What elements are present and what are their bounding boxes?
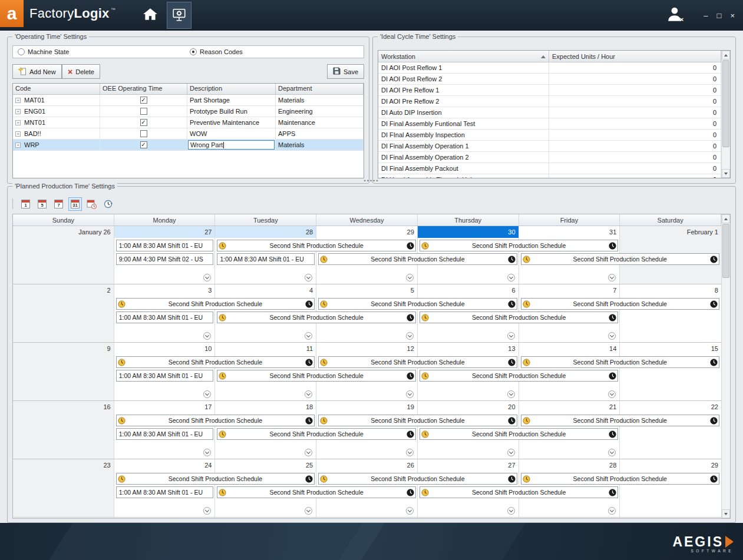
column-header-workstation[interactable]: Workstation [378,51,549,62]
reason-code-row[interactable]: +MAT01✓Part ShortageMaterials [13,95,364,106]
more-events-button[interactable] [406,507,414,515]
more-events-button[interactable] [608,332,616,340]
column-header-department[interactable]: Department [276,84,364,94]
schedule-event[interactable]: Second Shift Production Schedule [217,428,415,440]
more-events-button[interactable] [305,390,312,398]
row-expand-icon[interactable]: + [15,120,21,125]
shift-event[interactable]: 9:00 AM 4:30 PM Shift 02 - US [116,253,214,265]
schedule-event[interactable]: Second Shift Production Schedule [420,428,618,440]
more-events-button[interactable] [203,390,211,398]
more-events-button[interactable] [507,507,515,515]
add-new-button[interactable]: Add New [12,64,62,79]
column-header-code[interactable]: Code [13,84,100,94]
scroll-up-button[interactable] [722,51,730,59]
schedule-event[interactable]: Second Shift Production Schedule [420,312,618,323]
schedule-event[interactable]: Second Shift Production Schedule [116,473,315,485]
workstation-row[interactable]: DI AOI Post Reflow 10 [378,62,721,74]
workstation-row[interactable]: DI Final Assembly Operation 20 [378,152,721,163]
maximize-button[interactable]: □ [717,12,722,20]
schedule-event[interactable]: Second Shift Production Schedule [318,298,517,310]
more-events-button[interactable] [507,390,515,398]
workstation-row[interactable]: DI Final Assembly Operation 10 [378,141,721,152]
more-events-button[interactable] [608,507,616,515]
schedule-event[interactable]: Second Shift Production Schedule [521,473,719,485]
oee-checkbox[interactable] [140,130,147,137]
workstation-row[interactable]: DI Hand Assembly Through Hole0 [378,174,721,178]
scroll-down-button[interactable] [722,509,730,518]
reason-code-row[interactable]: +ENG01Prototype Build RunEngineering [13,106,364,117]
schedule-event[interactable]: Second Shift Production Schedule [420,240,618,251]
more-events-button[interactable] [406,274,414,281]
schedule-event[interactable]: Second Shift Production Schedule [116,415,315,426]
shift-event[interactable]: 1:00 AM 8:30 AM Shift 01 - EU [116,428,214,440]
schedule-event[interactable]: Second Shift Production Schedule [318,253,517,265]
save-button[interactable]: Save [327,64,364,79]
schedule-event[interactable]: Second Shift Production Schedule [116,298,315,310]
shift-event[interactable]: 1:00 AM 8:30 AM Shift 01 - EU [116,312,214,323]
schedule-event[interactable]: Second Shift Production Schedule [217,486,415,498]
machine-state-radio[interactable]: Machine State [18,48,69,55]
work-week-view-button[interactable]: 5 [35,197,49,211]
delete-button[interactable]: × Delete [62,64,100,79]
home-button[interactable] [139,5,161,25]
more-events-button[interactable] [406,449,414,456]
close-button[interactable]: × [730,12,735,20]
column-header-expected-units[interactable]: Expected Units / Hour [549,51,721,62]
row-expand-icon[interactable]: + [15,109,21,114]
row-expand-icon[interactable]: + [15,143,21,148]
more-events-button[interactable] [203,449,211,456]
shift-event[interactable]: 1:00 AM 8:30 AM Shift 01 - EU [116,240,214,251]
scroll-down-button[interactable] [722,169,730,178]
more-events-button[interactable] [203,332,211,340]
shift-event[interactable]: 1:00 AM 8:30 AM Shift 01 - EU [217,253,315,265]
schedule-event[interactable]: Second Shift Production Schedule [318,415,517,426]
week-view-button[interactable]: 7 [52,197,65,211]
more-events-button[interactable] [608,449,616,456]
logout-button[interactable]: × [665,6,686,24]
scrollbar-thumb[interactable] [722,60,729,147]
day-view-button[interactable]: 1 [19,197,32,211]
more-events-button[interactable] [406,390,414,398]
more-events-button[interactable] [305,507,312,515]
schedule-event[interactable]: Second Shift Production Schedule [217,240,415,251]
more-events-button[interactable] [406,332,414,340]
timeline-view-button[interactable] [85,197,98,211]
oee-checkbox[interactable]: ✓ [140,141,147,148]
workstation-row[interactable]: DI Auto DIP Insertion0 [378,107,721,118]
more-events-button[interactable] [305,449,312,456]
schedule-event[interactable]: Second Shift Production Schedule [420,370,618,382]
reason-code-row[interactable]: +BAD!!WOWAPPS [13,128,364,140]
reason-codes-radio[interactable]: Reason Codes [190,48,243,55]
shift-event[interactable]: 1:00 AM 8:30 AM Shift 01 - EU [116,486,214,498]
description-editor[interactable]: Wrong Part [188,140,275,150]
row-expand-icon[interactable]: + [15,131,21,137]
row-expand-icon[interactable]: + [15,98,21,103]
month-view-button[interactable]: 31 [68,197,82,211]
schedule-event[interactable]: Second Shift Production Schedule [521,298,719,310]
schedule-event[interactable]: Second Shift Production Schedule [217,312,415,323]
workstation-row[interactable]: DI AOI Pre Reflow 20 [378,96,721,107]
workstation-row[interactable]: DI Final Assembly Funtional Test0 [378,118,721,130]
workstation-row[interactable]: DI FInal Assembly Inspection0 [378,130,721,141]
schedule-event[interactable]: Second Shift Production Schedule [521,253,719,265]
minimize-button[interactable]: – [704,12,708,20]
oee-checkbox[interactable]: ✓ [140,97,147,104]
settings-button[interactable] [167,2,191,29]
oee-checkbox[interactable]: ✓ [140,119,147,126]
scroll-up-button[interactable] [722,214,730,223]
more-events-button[interactable] [203,507,211,515]
schedule-event[interactable]: Second Shift Production Schedule [420,486,618,498]
schedule-event[interactable]: Second Shift Production Schedule [318,473,517,485]
workstation-row[interactable]: DI Final Assembly Packout0 [378,163,721,174]
oee-checkbox[interactable] [140,108,147,115]
shift-event[interactable]: 1:00 AM 8:30 AM Shift 01 - EU [116,370,214,382]
schedule-event[interactable]: Second Shift Production Schedule [318,356,517,368]
reason-code-row[interactable]: +WRP✓Wrong PartMaterials [13,140,364,151]
column-header-oee-operating-time[interactable]: OEE Operating Time [100,84,187,94]
schedule-event[interactable]: Second Shift Production Schedule [521,415,719,426]
more-events-button[interactable] [608,274,616,281]
workstation-row[interactable]: DI AOI Pre Reflow 10 [378,85,721,96]
reason-code-row[interactable]: +MNT01✓Preventive MaintenanceMaintenance [13,117,364,128]
more-events-button[interactable] [507,332,515,340]
schedule-event[interactable]: Second Shift Production Schedule [217,370,415,382]
